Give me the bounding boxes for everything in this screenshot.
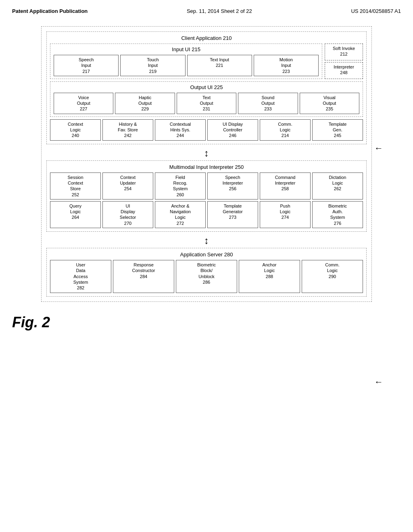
mmi-box: Multimodal Input Interpreter 250 Session… (46, 160, 367, 232)
main-diagram: Client Application 210 Input UI 215 Spee… (41, 26, 372, 302)
header-right: US 2014/0258857 A1 (351, 8, 401, 14)
output-ui-box: Output UI 225 VoiceOutput227 HapticOutpu… (50, 81, 363, 117)
arrow-down-2: ↕ (46, 236, 367, 245)
side-arrow-2: ← (374, 377, 383, 387)
anchor-logic-288: AnchorLogic288 (239, 260, 300, 293)
haptic-output: HapticOutput229 (115, 93, 175, 114)
query-logic: QueryLogic264 (50, 201, 101, 228)
output-components-row: VoiceOutput227 HapticOutput229 TextOutpu… (54, 93, 359, 114)
interpreter: Interpreter248 (325, 62, 363, 79)
appserver-box: Application Server 280 UserDataAccessSys… (46, 248, 367, 296)
biometric-block-unblock: BiometricBlock/Unblock286 (176, 260, 237, 293)
header: Patent Application Publication Sep. 11, … (12, 8, 401, 14)
header-center: Sep. 11, 2014 Sheet 2 of 22 (187, 8, 252, 14)
context-updater: ContextUpdater254 (102, 172, 153, 200)
touch-input: TouchInput219 (120, 55, 185, 76)
template-gen-245: TemplateGen.245 (312, 119, 363, 141)
ui-display-controller: UI DisplayController246 (207, 119, 258, 141)
output-ui-label: Output UI 225 (54, 84, 359, 90)
page: Patent Application Publication Sep. 11, … (0, 0, 413, 532)
fig-label: Fig. 2 (12, 314, 401, 331)
comm-logic-290: Comm.Logic290 (302, 260, 363, 293)
appserver-label: Application Server 280 (50, 251, 363, 258)
input-ui-label: Input UI 215 (54, 46, 319, 52)
arrow-down-1: ↕ (46, 148, 367, 158)
client-bottom-row: ContextLogic240 History &Fav. Store242 C… (50, 119, 363, 141)
user-data-access: UserDataAccessSystem282 (50, 260, 111, 293)
dictation-logic: DictationLogic262 (312, 172, 363, 200)
context-logic: ContextLogic240 (50, 119, 101, 141)
sound-output: SoundOutput233 (238, 93, 298, 114)
anchor-nav-logic: Anchor &NavigationLogic272 (155, 201, 206, 228)
push-logic: PushLogic274 (260, 201, 311, 228)
diagram-wrapper: Client Application 210 Input UI 215 Spee… (41, 26, 372, 302)
text-output: TextOutput231 (177, 93, 236, 114)
right-col: Soft Invoke212 Interpreter248 (325, 44, 363, 79)
input-ui-box: Input UI 215 SpeechInput217 TouchInput21… (50, 44, 322, 79)
header-left: Patent Application Publication (12, 8, 88, 14)
mmi-row2: QueryLogic264 UIDisplaySelector270 Ancho… (50, 201, 363, 228)
contextual-hints: ContextualHints Sys.244 (155, 119, 206, 141)
speech-interpreter: SpeechInterpreter256 (207, 172, 258, 200)
soft-invoke: Soft Invoke212 (325, 44, 363, 60)
ui-display-selector: UIDisplaySelector270 (102, 201, 153, 228)
voice-output: VoiceOutput227 (54, 93, 113, 114)
session-context-store: SessionContextStore252 (50, 172, 101, 200)
client-app-box: Client Application 210 Input UI 215 Spee… (46, 31, 367, 144)
speech-input: SpeechInput217 (54, 55, 119, 76)
mmi-label: Multimodal Input Interpreter 250 (50, 164, 363, 170)
motion-input: MotionInput223 (254, 55, 319, 76)
mmi-row1: SessionContextStore252 ContextUpdater254… (50, 172, 363, 200)
appserver-row: UserDataAccessSystem282 ResponseConstruc… (50, 260, 363, 293)
field-recog-system: FieldRecog.System260 (155, 172, 206, 200)
side-arrow-1: ← (374, 143, 383, 154)
response-constructor: ResponseConstructor284 (113, 260, 174, 293)
comm-logic-214: Comm.Logic214 (260, 119, 311, 141)
biometric-auth-system: BiometricAuth.System276 (312, 201, 363, 228)
template-generator: TemplateGenerator273 (207, 201, 258, 228)
input-components-row: SpeechInput217 TouchInput219 Text Input2… (54, 55, 319, 76)
text-input: Text Input221 (187, 55, 252, 76)
command-interpreter: CommandInterpreter258 (260, 172, 311, 200)
history-fav-store: History &Fav. Store242 (102, 119, 153, 141)
visual-output: VisualOutput235 (300, 93, 359, 114)
client-app-label: Client Application 210 (50, 35, 363, 41)
